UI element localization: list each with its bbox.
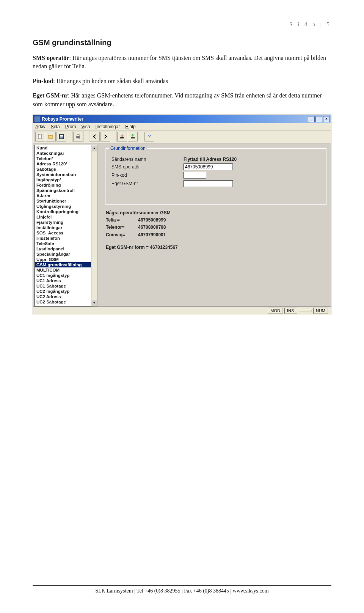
sidebar-item[interactable]: Spänningskontroll <box>35 188 91 193</box>
toolbar: ? <box>33 130 331 143</box>
sidebar-item[interactable]: Linjefel <box>35 214 91 220</box>
sidebar-item[interactable]: Uppr. GSM <box>35 257 91 262</box>
app-icon <box>34 116 40 122</box>
status-blank <box>299 310 312 311</box>
p1-text: : Här anges operatörens nummer för SMS t… <box>33 55 326 69</box>
svg-rect-9 <box>120 137 124 138</box>
document-body: SMS operatör: Här anges operatörens numm… <box>33 54 331 108</box>
scroll-thumb[interactable] <box>91 151 97 300</box>
sidebar-item[interactable]: GSM grundinställning <box>35 262 91 267</box>
pin-code-label: Pin-kod <box>111 173 184 178</box>
download-prom-icon[interactable] <box>117 132 127 141</box>
open-file-icon[interactable] <box>46 132 56 141</box>
sidebar-item[interactable]: Kontrolluppringning <box>35 209 91 214</box>
sidebar-item[interactable]: Fjärrstyrning <box>35 220 91 225</box>
sidebar-item[interactable]: Systeminformation <box>35 172 91 177</box>
new-file-icon[interactable] <box>35 132 45 141</box>
sidebar-item[interactable]: Styrfunktioner <box>35 198 91 204</box>
menu-prom[interactable]: Prom <box>65 124 76 129</box>
prev-page-icon[interactable] <box>90 132 100 141</box>
sidebar-item[interactable]: Sabotage <box>35 167 91 172</box>
sidebar-item[interactable]: Anteckningar <box>35 151 91 156</box>
sidebar-item[interactable]: Hisstelefon <box>35 236 91 241</box>
app-window: Robsys Promwriter _ □ × Arkiv Sida Prom … <box>33 115 331 315</box>
sidebar-item[interactable]: Utgångsstyrning <box>35 204 91 209</box>
navigation-list[interactable]: KundAnteckningarTelefon*Adress RS120*Sab… <box>35 145 91 306</box>
sidebar-item[interactable]: UC1 Ingångstyp <box>35 273 91 278</box>
sender-name-label: Sändarens namn <box>111 157 184 162</box>
p1-label: SMS operatör <box>33 55 69 61</box>
op3-name: Comviq= <box>106 231 138 239</box>
sender-name-value: Flyttad till Adress RS120 <box>184 157 237 162</box>
op1-name: Telia = <box>106 217 138 224</box>
close-button[interactable]: × <box>323 116 330 122</box>
help-icon[interactable]: ? <box>144 132 154 141</box>
status-mod: MOD <box>268 308 283 314</box>
section-heading: GSM grundinställning <box>33 38 331 47</box>
p2-text: : Här anges pin koden om sådan skall anv… <box>53 78 168 84</box>
own-gsm-input[interactable] <box>184 180 233 187</box>
scroll-up-button[interactable]: ▲ <box>91 145 97 151</box>
minimize-button[interactable]: _ <box>308 116 315 122</box>
svg-rect-8 <box>77 138 79 139</box>
sidebar-item[interactable]: SOS_Access <box>35 230 91 236</box>
print-icon[interactable] <box>73 132 83 141</box>
status-num: NUM <box>313 308 328 314</box>
sidebar-item[interactable]: Specialingångar <box>35 251 91 257</box>
workspace: KundAnteckningarTelefon*Adress RS120*Sab… <box>33 143 331 306</box>
sidebar-item[interactable]: Telefon* <box>35 156 91 161</box>
page-footer: SLK Larmsystem | Tel +46 (0)8 382955 | F… <box>33 585 331 594</box>
sidebar-item[interactable]: Lysdiodpanel <box>35 246 91 251</box>
upload-prom-icon[interactable] <box>128 132 138 141</box>
scroll-down-button[interactable]: ▼ <box>91 300 97 306</box>
p3-label: Eget GSM-nr <box>33 92 68 99</box>
next-page-icon[interactable] <box>100 132 110 141</box>
sidebar-item[interactable]: MULTICOM <box>35 267 91 273</box>
svg-rect-2 <box>49 135 50 136</box>
status-bar: MOD INS NUM <box>33 306 331 315</box>
menu-visa[interactable]: Visa <box>81 124 90 129</box>
menu-installningar[interactable]: Inställningar <box>96 124 120 129</box>
svg-rect-0 <box>38 134 41 139</box>
sidebar-item[interactable]: UC2 Sabotage <box>35 299 91 305</box>
op3-number: 46707990001 <box>138 231 166 239</box>
page-number: S i d a | 5 <box>33 21 331 28</box>
svg-rect-7 <box>77 135 79 136</box>
group-title: Grundinformation <box>109 146 147 151</box>
op2-name: Telenor= <box>106 224 138 231</box>
sidebar-item[interactable]: A-larm <box>35 193 91 198</box>
sidebar-item[interactable]: Adress RS120* <box>35 161 91 167</box>
menu-hjalp[interactable]: Hjälp <box>125 124 135 129</box>
sidebar-scrollbar[interactable]: ▲ ▼ <box>91 145 97 306</box>
sidebar-item[interactable]: UC2 Ingångstyp <box>35 289 91 294</box>
sidebar-item[interactable]: TeleSafe <box>35 241 91 246</box>
sidebar-item[interactable]: Fördröjning <box>35 182 91 188</box>
group-frame: Sändarens namn Flyttad till Adress RS120… <box>105 148 326 205</box>
own-gsm-label: Eget GSM-nr <box>111 181 184 186</box>
sidebar-item[interactable]: Inställningar <box>35 225 91 230</box>
title-bar[interactable]: Robsys Promwriter _ □ × <box>33 115 331 123</box>
p3-text: : Här anges GSM-enhetens telefonnummer. … <box>33 92 322 107</box>
status-ins: INS <box>284 308 297 314</box>
menu-sida[interactable]: Sida <box>51 124 60 129</box>
menu-bar: Arkiv Sida Prom Visa Inställningar Hjälp <box>33 123 331 130</box>
sidebar-item[interactable]: UC1 Adress <box>35 278 91 283</box>
maximize-button[interactable]: □ <box>315 116 322 122</box>
operator-notes: Några operatörsnummer GSM Telia =4670500… <box>105 209 326 251</box>
sidebar-item[interactable]: UC2 Adress <box>35 294 91 299</box>
sms-operator-input[interactable] <box>184 163 233 170</box>
window-title: Robsys Promwriter <box>42 116 83 122</box>
svg-text:?: ? <box>148 134 151 139</box>
menu-arkiv[interactable]: Arkiv <box>35 124 46 129</box>
save-icon[interactable] <box>56 132 66 141</box>
sidebar-item[interactable]: Ingångstyp* <box>35 177 91 182</box>
p2-label: Pin-kod <box>33 78 53 84</box>
svg-rect-10 <box>131 137 135 138</box>
notes-heading: Några operatörsnummer GSM <box>106 209 326 217</box>
svg-rect-4 <box>60 135 63 137</box>
svg-rect-5 <box>60 137 63 138</box>
op1-number: 46705008999 <box>138 217 166 224</box>
pin-code-input[interactable] <box>184 172 206 179</box>
sidebar-item[interactable]: UC1 Sabotage <box>35 283 91 289</box>
sidebar-item[interactable]: Kund <box>35 145 91 151</box>
